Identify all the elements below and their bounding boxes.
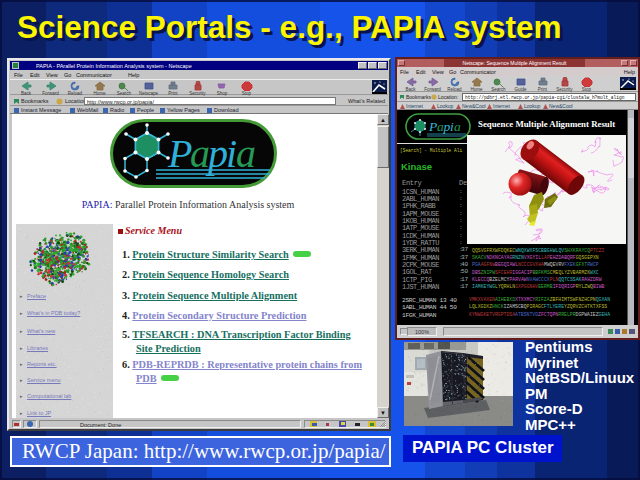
svg-text:P: P <box>428 119 437 134</box>
svg-text:a: a <box>454 119 461 134</box>
